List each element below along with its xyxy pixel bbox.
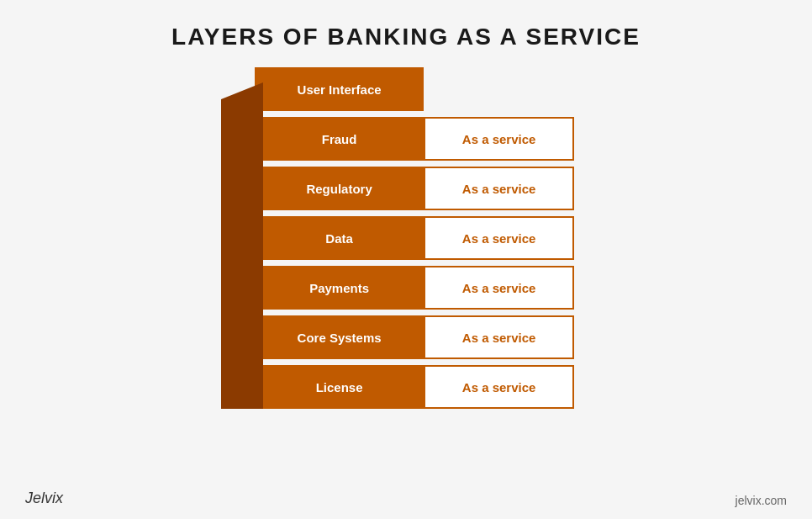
page-title: LAYERS OF BANKING AS A SERVICE <box>171 24 641 50</box>
layer-label: Core Systems <box>255 315 424 359</box>
3d-side-block <box>221 82 263 409</box>
layer-service: As a service <box>424 117 574 161</box>
table-row: DataAs a service <box>255 216 574 260</box>
layer-label: Regulatory <box>255 167 424 210</box>
layer-service: As a service <box>424 365 574 409</box>
table-row: LicenseAs a service <box>255 365 574 409</box>
table-row: PaymentsAs a service <box>255 266 574 310</box>
layer-service: As a service <box>424 216 574 260</box>
layer-label: Payments <box>255 266 424 310</box>
layer-service: As a service <box>424 167 574 210</box>
layer-service: As a service <box>424 266 574 310</box>
layer-label: Fraud <box>255 117 424 161</box>
layer-label: User Interface <box>255 67 424 111</box>
diagram-container: User InterfaceFraudAs a serviceRegulator… <box>221 67 591 409</box>
table-row: FraudAs a service <box>255 117 574 161</box>
layer-service: As a service <box>424 315 574 359</box>
layer-label: License <box>255 365 424 409</box>
brand-right: jelvix.com <box>736 494 787 507</box>
layer-label: Data <box>255 216 424 260</box>
table-row: Core SystemsAs a service <box>255 315 574 359</box>
brand-left: Jelvix <box>25 490 63 507</box>
table-row: RegulatoryAs a service <box>255 167 574 210</box>
layer-service <box>424 67 574 111</box>
table-row: User Interface <box>255 67 574 111</box>
layers-table: User InterfaceFraudAs a serviceRegulator… <box>255 67 574 409</box>
